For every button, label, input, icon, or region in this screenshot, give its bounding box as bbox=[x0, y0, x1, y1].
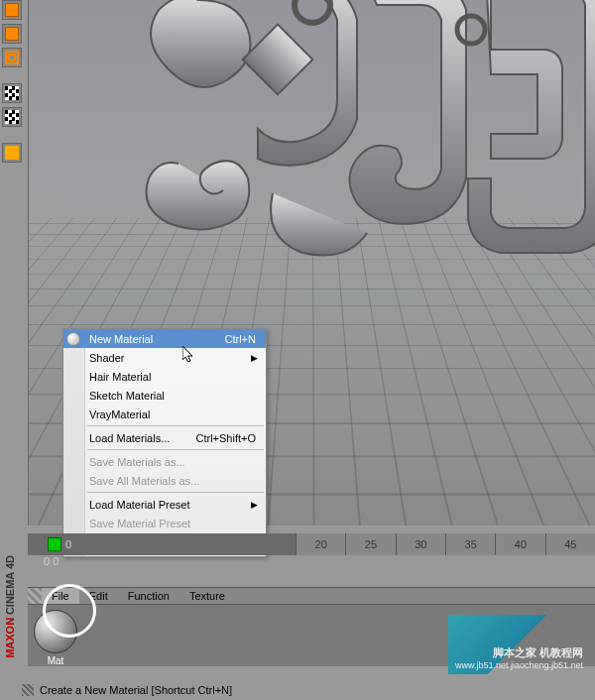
tool-button-5[interactable] bbox=[2, 107, 22, 127]
cursor-pointer-icon bbox=[182, 346, 194, 364]
menu-label: Load Material Preset bbox=[89, 499, 266, 511]
timeline-frame-start: 0 bbox=[65, 538, 71, 550]
ruler-tick: 40 bbox=[495, 533, 544, 555]
menu-label: New Material bbox=[89, 333, 225, 345]
menu-hair-material[interactable]: Hair Material bbox=[63, 367, 266, 386]
ruler-tick: 20 bbox=[296, 533, 345, 555]
tab-function[interactable]: Function bbox=[118, 588, 179, 604]
menu-save-materials-as[interactable]: Save Materials as... bbox=[63, 452, 266, 471]
checker-icon-2 bbox=[5, 110, 19, 124]
menu-label: Sketch Material bbox=[89, 390, 266, 402]
status-hatch-icon bbox=[22, 684, 34, 696]
ruler-tick: 25 bbox=[345, 533, 395, 555]
menu-new-material[interactable]: New Material Ctrl+N bbox=[63, 329, 266, 348]
ruler-tick: 30 bbox=[396, 533, 445, 555]
drag-handle-icon[interactable] bbox=[28, 588, 42, 604]
light-icon bbox=[5, 146, 19, 160]
menu-label: Shader bbox=[89, 352, 266, 364]
tool-button-4[interactable] bbox=[2, 83, 22, 103]
brand-cinema4d: CINEMA 4D bbox=[4, 555, 16, 615]
material-sphere-icon bbox=[66, 332, 80, 346]
timeline-range: 0 0 bbox=[44, 555, 59, 567]
ruler-tick: 45 bbox=[545, 533, 595, 555]
timeline[interactable]: 0 20 25 30 35 40 45 bbox=[28, 533, 595, 555]
left-toolbar bbox=[2, 0, 24, 163]
menu-label: VrayMaterial bbox=[89, 408, 266, 420]
timeline-marker-icon[interactable] bbox=[48, 537, 61, 551]
material-manager-tabs: File Edit Function Texture bbox=[28, 588, 595, 605]
material-name[interactable]: Mat bbox=[34, 655, 77, 666]
menu-separator bbox=[87, 449, 264, 450]
material-preview-sphere[interactable] bbox=[34, 610, 77, 653]
watermark-main: 脚本之家 机教程网 bbox=[493, 645, 583, 660]
menu-label: Hair Material bbox=[89, 371, 266, 383]
rectangle-icon bbox=[5, 3, 19, 17]
watermark-sub: www.jb51.net jiaocheng.jb51.net bbox=[455, 660, 583, 670]
menu-separator bbox=[87, 492, 264, 493]
menu-save-all-materials-as[interactable]: Save All Materials as... bbox=[63, 471, 266, 490]
tool-button-1[interactable] bbox=[2, 0, 22, 20]
menu-separator bbox=[87, 425, 264, 426]
watermark: 脚本之家 机教程网 www.jb51.net jiaocheng.jb51.ne… bbox=[448, 615, 587, 674]
tool-button-6[interactable] bbox=[2, 143, 22, 163]
brand-maxon: MAXON bbox=[4, 618, 16, 658]
menu-label: Save Materials as... bbox=[89, 456, 266, 468]
ruler-tick: 35 bbox=[445, 533, 495, 555]
menu-vray-material[interactable]: VrayMaterial bbox=[63, 405, 266, 423]
tab-edit[interactable]: Edit bbox=[79, 588, 118, 604]
menu-label: Save Material Preset bbox=[89, 518, 266, 529]
svg-point-1 bbox=[295, 0, 330, 23]
tab-file[interactable]: File bbox=[42, 588, 79, 604]
checker-icon bbox=[5, 86, 19, 100]
menu-save-material-preset[interactable]: Save Material Preset bbox=[63, 514, 266, 532]
menu-sketch-material[interactable]: Sketch Material bbox=[63, 386, 266, 405]
timeline-ruler[interactable]: 20 25 30 35 40 45 bbox=[296, 533, 595, 555]
menu-shortcut: Ctrl+Shift+O bbox=[195, 432, 266, 444]
menu-label: Load Materials... bbox=[89, 432, 195, 444]
material-context-menu: New Material Ctrl+N Shader ▶ Hair Materi… bbox=[62, 328, 267, 557]
tool-button-3[interactable] bbox=[2, 48, 22, 67]
menu-shortcut: Ctrl+N bbox=[225, 333, 266, 345]
menu-load-material-preset[interactable]: Load Material Preset ▶ bbox=[63, 495, 266, 514]
status-bar: Create a New Material [Shortcut Ctrl+N] bbox=[0, 680, 595, 700]
ornate-3d-text bbox=[99, 0, 595, 297]
menu-load-materials[interactable]: Load Materials... Ctrl+Shift+O bbox=[63, 428, 266, 447]
tool-button-2[interactable] bbox=[2, 24, 22, 44]
square-icon bbox=[5, 27, 19, 41]
menu-label: Save All Materials as... bbox=[89, 475, 266, 487]
submenu-arrow-icon: ▶ bbox=[251, 353, 258, 363]
nested-box-icon bbox=[5, 51, 19, 64]
submenu-arrow-icon: ▶ bbox=[251, 500, 258, 510]
brand-vertical: MAXON CINEMA 4D bbox=[4, 555, 16, 658]
svg-rect-0 bbox=[243, 25, 313, 95]
tab-texture[interactable]: Texture bbox=[179, 588, 235, 604]
menu-shader[interactable]: Shader ▶ bbox=[63, 348, 266, 367]
status-text: Create a New Material [Shortcut Ctrl+N] bbox=[40, 684, 232, 696]
